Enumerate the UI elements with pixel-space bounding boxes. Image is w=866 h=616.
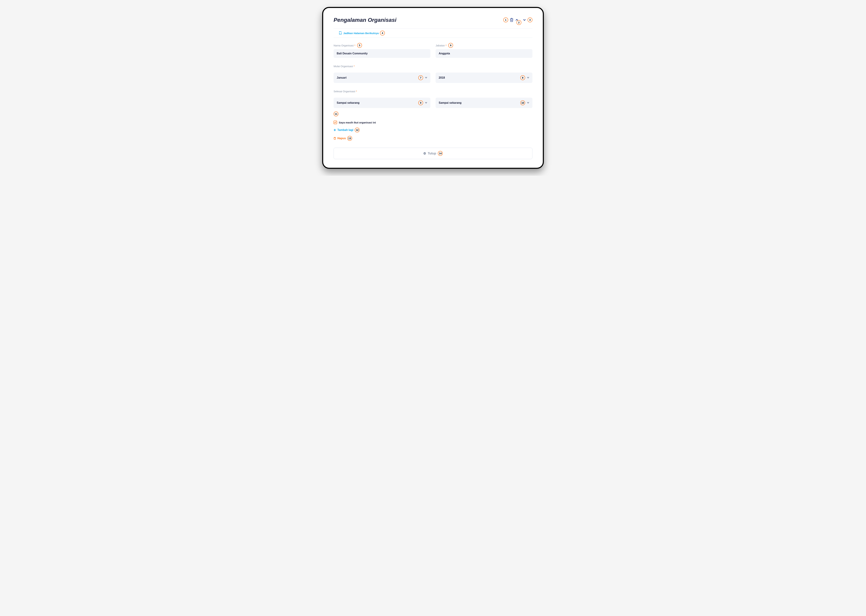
delete-label: Hapus	[337, 137, 346, 140]
form-grid: Nama Organisasi * 5 Bali Desain Communit…	[334, 43, 532, 108]
badge-3: 3	[527, 17, 532, 22]
mulai-organisasi-label: Mulai Organisasi *	[334, 65, 532, 68]
field-jabatan: Jabatan * 6 Anggota	[436, 43, 532, 58]
badge-11: 11	[334, 112, 339, 116]
badge-1: 1	[503, 17, 508, 22]
badge-13: 13	[347, 136, 352, 141]
badge-2: 2	[516, 20, 521, 25]
selesai-bulan-select[interactable]: Sampai sekarang 9	[334, 97, 430, 108]
badge-10: 10	[520, 101, 525, 105]
badge-5: 5	[357, 43, 362, 48]
selesai-selects: Sampai sekarang 9 Sampai sekarang 10	[334, 97, 532, 108]
badge-6: 6	[448, 43, 453, 48]
still-member-label: Saya masih ikut organisasi ini	[339, 121, 376, 124]
close-button[interactable]: Tutup 14	[334, 148, 532, 159]
minus-circle-icon	[423, 152, 426, 155]
pengalaman-organisasi-card: Pengalaman Organisasi 1 2 3 Jadikan Hal	[322, 7, 544, 169]
badge-12: 12	[355, 127, 359, 132]
nama-organisasi-input[interactable]: Bali Desain Community	[334, 49, 430, 58]
jabatan-input[interactable]: Anggota	[436, 49, 532, 58]
selesai-tahun-value: Sampai sekarang	[439, 101, 461, 104]
next-page-label: Jadikan Halaman Berikutnya	[343, 32, 379, 35]
nama-organisasi-label: Nama Organisasi *	[334, 44, 356, 47]
add-more-button[interactable]: Tambah lagi 12	[334, 127, 359, 132]
badge-14: 14	[438, 151, 443, 156]
selesai-bulan-value: Sampai sekarang	[337, 101, 359, 104]
mulai-tahun-select[interactable]: 2018 8	[436, 72, 532, 83]
chevron-down-icon	[425, 102, 427, 104]
mulai-tahun-value: 2018	[439, 76, 445, 79]
still-member-row: Saya masih ikut organisasi ini	[334, 121, 532, 124]
badge-8: 8	[520, 75, 525, 80]
card-header: Pengalaman Organisasi 1 2 3	[334, 15, 532, 25]
field-nama-organisasi: Nama Organisasi * 5 Bali Desain Communit…	[334, 43, 430, 58]
still-member-checkbox[interactable]	[334, 121, 337, 124]
svg-rect-1	[424, 153, 425, 154]
badge-7: 7	[418, 75, 423, 80]
chevron-down-icon	[527, 102, 529, 104]
page-break-icon	[339, 31, 342, 35]
chevron-down-icon	[527, 77, 529, 79]
selesai-organisasi-label: Selesai Organisasi *	[334, 90, 532, 93]
chevron-down-icon	[425, 77, 427, 79]
move-down-icon[interactable]	[523, 19, 526, 21]
plus-icon	[334, 129, 336, 131]
mulai-bulan-value: Januari	[337, 76, 346, 79]
badge-4: 4	[380, 31, 385, 36]
jabatan-label: Jabatan *	[436, 44, 447, 47]
delete-button[interactable]: Hapus 13	[334, 136, 352, 141]
header-actions: 1 2 3	[503, 15, 532, 25]
mulai-selects: Januari 7 2018 8	[334, 72, 532, 83]
checkbox-area: 11 Saya masih ikut organisasi ini	[334, 108, 532, 124]
mulai-bulan-select[interactable]: Januari 7	[334, 72, 430, 83]
trash-icon[interactable]	[510, 18, 514, 22]
trash-icon	[334, 137, 336, 140]
badge-9: 9	[418, 101, 423, 105]
selesai-tahun-select[interactable]: Sampai sekarang 10	[436, 97, 532, 108]
close-label: Tutup	[428, 152, 436, 155]
add-more-label: Tambah lagi	[337, 129, 353, 132]
card-title: Pengalaman Organisasi	[334, 17, 397, 23]
next-page-link[interactable]: Jadikan Halaman Berikutnya 4	[334, 28, 532, 38]
